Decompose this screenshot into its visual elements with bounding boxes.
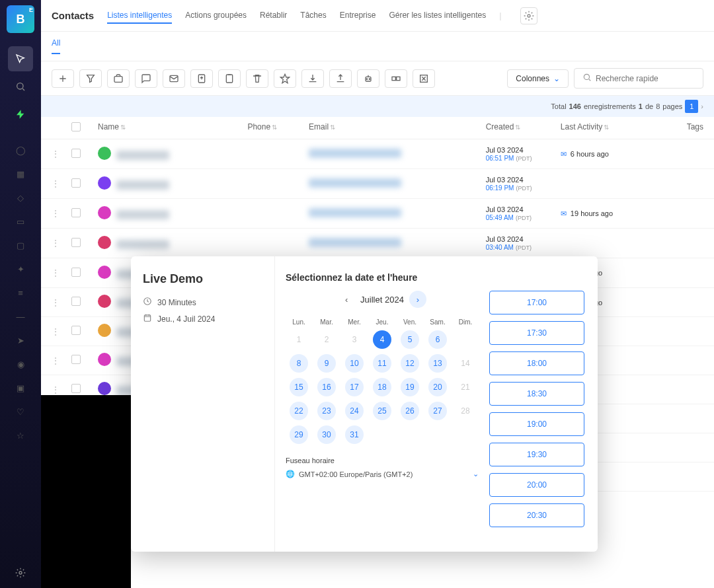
message-button[interactable]: [135, 69, 157, 88]
nav-icon-3[interactable]: ◇: [13, 190, 28, 205]
nav-tab[interactable]: Rétablir: [260, 8, 287, 24]
table-row[interactable]: ⋮ Jul 03 202406:51 PM (PDT) ✉6 hours ago: [41, 139, 714, 169]
clipboard-up-button[interactable]: [190, 69, 213, 88]
cal-day[interactable]: 26: [401, 402, 419, 420]
row-checkbox[interactable]: [71, 384, 81, 393]
nav-tab[interactable]: Tâches: [300, 8, 326, 24]
nav-tab[interactable]: Listes intelligentes: [107, 8, 172, 24]
drag-icon[interactable]: ⋮: [52, 239, 60, 248]
drag-icon[interactable]: ⋮: [52, 268, 60, 277]
nav-tab[interactable]: Actions groupées: [185, 8, 247, 24]
drag-icon[interactable]: ⋮: [52, 298, 60, 307]
nav-icon-2[interactable]: ▦: [13, 166, 28, 181]
cal-day[interactable]: 10: [345, 354, 364, 373]
row-checkbox[interactable]: [71, 238, 81, 247]
nav-icon-1[interactable]: ◯: [13, 143, 28, 157]
select-all-checkbox[interactable]: [71, 122, 81, 131]
cal-day[interactable]: 31: [345, 425, 364, 444]
row-checkbox[interactable]: [71, 268, 81, 277]
drag-icon[interactable]: ⋮: [52, 149, 60, 159]
drag-icon[interactable]: ⋮: [52, 327, 60, 336]
bolt-icon[interactable]: [8, 102, 33, 127]
merge-button[interactable]: [385, 69, 407, 88]
prev-month-button[interactable]: ‹: [338, 291, 355, 308]
table-row[interactable]: ⋮ Jul 03 202406:19 PM (PDT): [41, 169, 714, 199]
download-button[interactable]: [301, 69, 324, 88]
row-checkbox[interactable]: [71, 355, 81, 364]
star-button[interactable]: [274, 69, 296, 88]
cal-day[interactable]: 16: [317, 378, 336, 396]
time-slot[interactable]: 20:30: [489, 503, 584, 527]
nav-icon-6[interactable]: ✦: [13, 262, 28, 276]
cal-day[interactable]: 22: [290, 402, 308, 420]
nav-tab[interactable]: Gérer les listes intelligentes: [389, 8, 486, 24]
delete-button[interactable]: [246, 69, 268, 88]
cal-day[interactable]: 13: [428, 354, 447, 373]
sort-icon[interactable]: ⇅: [272, 124, 277, 131]
briefcase-button[interactable]: [107, 69, 130, 88]
logo[interactable]: B E: [7, 5, 34, 33]
nav-tab[interactable]: Entreprise: [340, 8, 376, 24]
sort-icon[interactable]: ⇅: [604, 124, 609, 131]
cal-day[interactable]: 18: [373, 378, 391, 396]
nav-icon-4[interactable]: ▭: [13, 214, 28, 229]
expand-button[interactable]: [413, 69, 435, 88]
robot-button[interactable]: [357, 69, 379, 88]
mail-button[interactable]: [163, 69, 185, 88]
sort-icon[interactable]: ⇅: [120, 124, 126, 131]
filter-button[interactable]: [79, 69, 102, 88]
row-checkbox[interactable]: [71, 326, 81, 335]
cal-day[interactable]: 25: [373, 402, 391, 420]
cal-day[interactable]: 12: [401, 354, 419, 373]
next-month-button[interactable]: ›: [409, 291, 426, 308]
drag-icon[interactable]: ⋮: [52, 356, 60, 365]
cal-day[interactable]: 19: [401, 378, 419, 396]
cal-day[interactable]: 9: [317, 354, 336, 373]
page-number[interactable]: 1: [685, 100, 698, 113]
time-slot[interactable]: 17:00: [489, 291, 584, 314]
search-input[interactable]: [596, 74, 695, 83]
cal-day[interactable]: 20: [428, 378, 447, 396]
drag-icon[interactable]: ⋮: [52, 179, 60, 188]
cal-day[interactable]: 27: [428, 402, 447, 420]
table-row[interactable]: ⋮ Jul 03 202405:49 AM (PDT) ✉19 hours ag…: [41, 199, 714, 229]
cal-day[interactable]: 30: [317, 425, 336, 444]
cal-day[interactable]: 24: [345, 402, 364, 420]
nav-icon-13[interactable]: ☆: [13, 428, 28, 443]
cal-day[interactable]: 17: [345, 378, 364, 396]
gear-icon[interactable]: [520, 7, 537, 24]
time-slots[interactable]: 17:0017:3018:0018:3019:0019:3020:0020:30: [489, 291, 587, 541]
row-checkbox[interactable]: [71, 208, 81, 217]
time-slot[interactable]: 19:30: [489, 443, 584, 466]
tz-selector[interactable]: 🌐 GMT+02:00 Europe/Paris (GMT+2) ⌄: [286, 467, 479, 481]
nav-icon-12[interactable]: ♡: [13, 404, 28, 419]
row-checkbox[interactable]: [71, 297, 81, 306]
columns-button[interactable]: Colonnes ⌄: [507, 69, 569, 88]
row-checkbox[interactable]: [71, 178, 81, 188]
time-slot[interactable]: 19:00: [489, 412, 584, 436]
clipboard-button[interactable]: [218, 69, 241, 88]
cal-day[interactable]: 29: [290, 425, 308, 444]
cal-day[interactable]: 4: [373, 330, 391, 349]
nav-icon-9[interactable]: ➤: [13, 333, 28, 348]
add-button[interactable]: [52, 69, 74, 88]
time-slot[interactable]: 18:00: [489, 351, 584, 375]
search-box[interactable]: [574, 68, 703, 89]
upload-button[interactable]: [329, 69, 352, 88]
time-slot[interactable]: 20:00: [489, 473, 584, 497]
table-row[interactable]: ⋮ Jul 03 202403:40 AM (PDT): [41, 229, 714, 258]
subtab-all[interactable]: All: [52, 38, 60, 54]
nav-icon-7[interactable]: ≡: [13, 285, 28, 300]
cal-day[interactable]: 15: [290, 378, 308, 396]
nav-icon-8[interactable]: —: [13, 309, 28, 324]
drag-icon[interactable]: ⋮: [52, 209, 60, 218]
nav-icon-5[interactable]: ▢: [13, 238, 28, 252]
nav-icon-10[interactable]: ◉: [13, 357, 28, 371]
drag-icon[interactable]: ⋮: [52, 385, 60, 394]
sort-icon[interactable]: ⇅: [330, 124, 335, 131]
nav-icon-11[interactable]: ▣: [13, 381, 28, 395]
cal-day[interactable]: 8: [290, 354, 308, 373]
row-checkbox[interactable]: [71, 149, 81, 158]
cal-day[interactable]: 5: [401, 330, 419, 349]
cal-day[interactable]: 23: [317, 402, 336, 420]
